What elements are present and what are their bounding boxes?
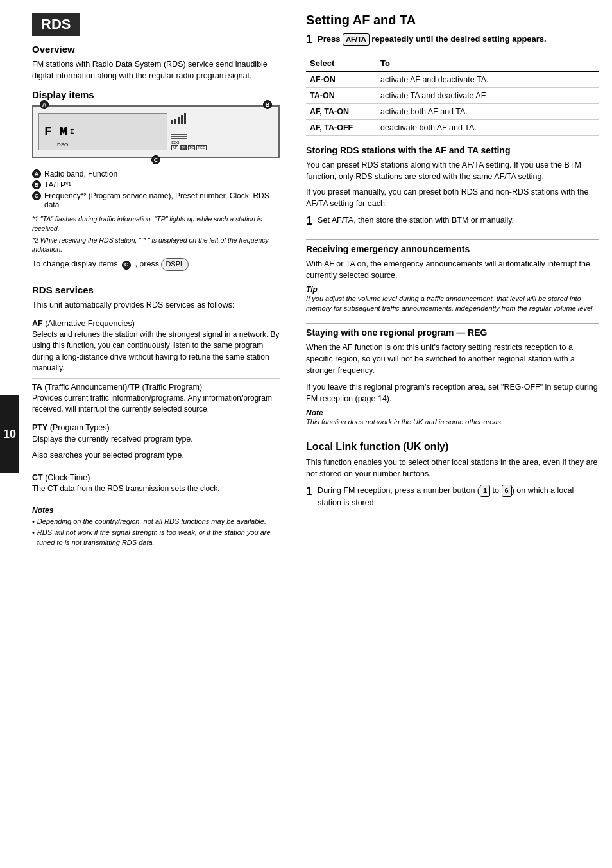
label-c-desc: C Frequency*² (Program service name), Pr… [32,191,280,209]
receiving-emergency-section: Receiving emergency announcements With A… [306,244,599,314]
overview-section: Overview FM stations with Radio Data Sys… [32,44,280,82]
num-btn-6: 6 [502,485,512,497]
pty-service: PTY (Program Types) Displays the current… [32,419,280,468]
reg-note-title: Note [306,408,599,417]
table-row: AF, TA-ONactivate both AF and TA. [306,103,599,119]
diagram-label-b: B [263,100,272,109]
storing-rds-body1: You can preset RDS stations along with t… [306,159,599,182]
page-number-text: 10 [3,428,16,441]
af-service: AF (Alternative Frequencies) Selects and… [32,315,280,378]
footnotes: *1 "TA" flashes during traffic informati… [32,214,280,254]
pty-title: PTY (Program Types) [32,423,280,432]
af-body: Selects and retunes the station with the… [32,329,280,374]
right-column: Setting AF and TA 1 Press AF/TA repeated… [293,13,599,855]
staying-reg-body1: When the AF function is on: this unit's … [306,342,599,376]
receiving-emergency-heading: Receiving emergency announcements [306,244,599,254]
ct-service: CT (Clock Time) The CT data from the RDS… [32,469,280,498]
step1-af-ta: 1 Press AF/TA repeatedly until the desir… [306,33,599,49]
diagram-label-a: A [40,100,49,109]
dspl-button-label: DSPL [161,258,189,271]
storing-step1: 1 Set AF/TA, then store the station with… [306,214,599,230]
diagram-label-c: C [151,154,160,164]
overview-heading: Overview [32,44,280,55]
local-link-heading: Local Link function (UK only) [306,441,599,453]
setting-af-ta-section: Setting AF and TA 1 Press AF/TA repeated… [306,13,599,136]
af-ta-table: Select To AF-ONactivate AF and deactivat… [306,56,599,136]
footnote2: *2 While receiving the RDS station, " * … [32,236,280,254]
page-number-badge: 10 [0,395,19,473]
step1-num: 1 [306,33,312,49]
label-a-desc: A Radio band, Function [32,169,280,178]
storing-rds-body2: If you preset manually, you can preset b… [306,186,599,209]
display-items-heading: Display items [32,89,280,100]
staying-reg-heading: Staying with one regional program — REG [306,327,599,338]
ta-title: TA (Traffic Announcement)/TP (Traffic Pr… [32,383,280,392]
overview-body: FM stations with Radio Data System (RDS)… [32,58,280,82]
table-row: TA-ONactivate TA and deactivate AF. [306,87,599,103]
fm-display: F M I DSO [38,113,167,150]
reg-note-box: Note This function does not work in the … [306,408,599,427]
ct-body: The CT data from the RDS transmission se… [32,483,280,494]
storing-step1-text: Set AF/TA, then store the station with B… [318,214,514,227]
table-col1: Select [306,56,377,71]
table-row: AF, TA-OFFdeactivate both AF and TA. [306,119,599,135]
table-col2: To [377,56,599,71]
notes-title: Notes [32,506,280,515]
table-row: AF-ONactivate AF and deactivate TA. [306,71,599,88]
af-ta-button: AF/TA [343,33,370,46]
ta-service: TA (Traffic Announcement)/TP (Traffic Pr… [32,378,280,419]
local-link-body: This function enables you to select othe… [306,456,599,480]
staying-reg-body2: If you leave this regional program's rec… [306,381,599,404]
storing-rds-heading: Storing RDS stations with the AF and TA … [306,145,599,155]
local-link-step1: 1 During FM reception, press a number bu… [306,485,599,513]
footnote1: *1 "TA" flashes during traffic informati… [32,214,280,233]
note-2: • RDS will not work if the signal streng… [32,528,280,548]
staying-reg-section: Staying with one regional program — REG … [306,327,599,428]
tip-title: Tip [306,285,599,294]
display-diagram: A B F M I DSO [32,105,280,158]
ct-title: CT (Clock Time) [32,473,280,482]
display-items-section: Display items A B F M I [32,89,280,271]
setting-af-ta-heading: Setting AF and TA [306,13,599,28]
left-column: RDS Overview FM stations with Radio Data… [32,13,293,855]
ta-body: Provides current traffic information/pro… [32,393,280,415]
tip-box: Tip If you adjust the volume level durin… [306,285,599,314]
pty-body1: Displays the currently received program … [32,433,280,460]
dso-label: DSO [57,142,68,148]
local-link-step1-num: 1 [306,485,312,513]
divider-2 [306,323,599,324]
storing-step1-num: 1 [306,214,312,230]
storing-rds-section: Storing RDS stations with the AF and TA … [306,145,599,230]
af-title: AF (Alternative Frequencies) [32,319,280,328]
rds-header: RDS [32,13,80,36]
rds-notes: Notes • Depending on the country/region,… [32,503,280,548]
receiving-emergency-body: With AF or TA on, the emergency announce… [306,258,599,281]
rds-services-intro: This unit automatically provides RDS ser… [32,299,280,311]
dspl-note: To change display items C , press DSPL . [32,258,280,271]
label-b-desc: B TA/TP*¹ [32,180,280,189]
rds-services-heading: RDS services [32,284,280,295]
note-1: • Depending on the country/region, not a… [32,517,280,526]
divider-1 [306,239,599,240]
local-link-section: Local Link function (UK only) This funct… [306,441,599,513]
divider-3 [306,437,599,437]
rds-services-section: RDS services This unit automatically pro… [32,279,280,548]
signal-panel: EQ3 AF TA TC REG [171,113,207,150]
reg-note-text: This function does not work in the UK an… [306,417,599,427]
num-btn-1: 1 [480,485,490,497]
tip-text: If you adjust the volume level during a … [306,294,599,314]
